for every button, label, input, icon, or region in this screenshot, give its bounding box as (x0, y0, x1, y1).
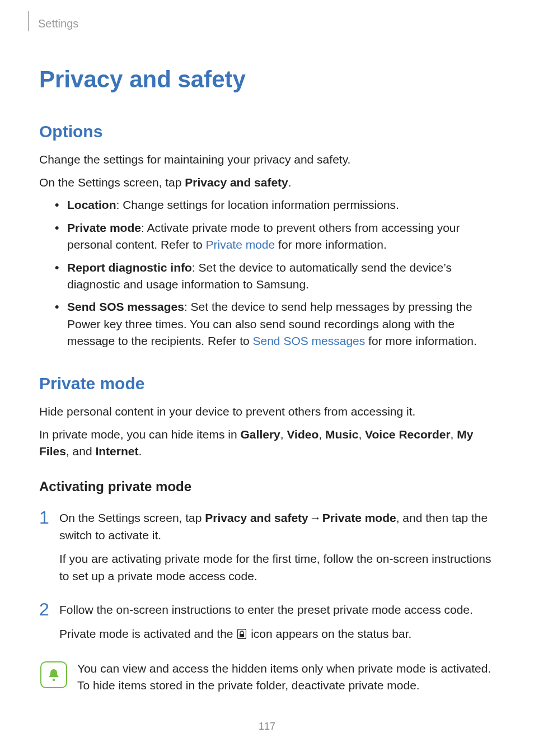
step-2-body: Follow the on-screen instructions to ent… (59, 601, 495, 650)
subsection-activating-heading: Activating private mode (39, 477, 495, 497)
pm-i2-p1: In private mode, you can hide items in (39, 428, 241, 441)
s1l1-b1: Privacy and safety (205, 511, 308, 524)
numbered-steps: 1 On the Settings screen, tap Privacy an… (39, 510, 495, 650)
note-bell-icon (40, 661, 67, 688)
svg-rect-1 (240, 634, 244, 637)
bullet-report-diagnostic: Report diagnostic info: Set the device t… (55, 259, 495, 293)
section-options-heading: Options (39, 119, 495, 144)
step-2: 2 Follow the on-screen instructions to e… (39, 601, 495, 650)
bullet-location-text: : Change settings for location informati… (116, 198, 399, 211)
pm-i2-b1: Gallery (241, 428, 280, 441)
pm-i2-b4: Voice Recorder (365, 428, 451, 441)
pm-i2-c3: , (358, 428, 365, 441)
bullet-sos-t2: for more information. (365, 334, 477, 347)
options-bullet-list: Location: Change settings for location i… (39, 197, 495, 350)
options-intro-1: Change the settings for maintaining your… (39, 151, 495, 168)
s2l2-p2: icon appears on the status bar. (247, 627, 411, 640)
step-1-body: On the Settings screen, tap Privacy and … (59, 510, 495, 591)
bullet-location: Location: Change settings for location i… (55, 197, 495, 213)
bullet-sos-label: Send SOS messages (67, 300, 184, 313)
options-intro-2-prefix: On the Settings screen, tap (39, 176, 185, 189)
pm-i2-c2: , (318, 428, 325, 441)
private-mode-intro1: Hide personal content in your device to … (39, 403, 495, 420)
options-intro-2: On the Settings screen, tap Privacy and … (39, 174, 495, 191)
pm-i2-c4: , (451, 428, 457, 441)
s2l2-p1: Private mode is activated and the (59, 627, 236, 640)
page-title: Privacy and safety (39, 63, 495, 97)
pm-i2-c5: , and (66, 445, 96, 458)
page-root: Settings Privacy and safety Options Chan… (0, 0, 534, 756)
private-mode-intro2: In private mode, you can hide items in G… (39, 426, 495, 460)
bullet-private-mode-t2: for more information. (275, 238, 387, 251)
pm-i2-b2: Video (287, 428, 318, 441)
link-send-sos[interactable]: Send SOS messages (253, 334, 366, 347)
bullet-sos: Send SOS messages: Set the device to sen… (55, 298, 495, 349)
bullet-private-mode-label: Private mode (67, 221, 141, 234)
private-mode-status-icon (237, 627, 246, 643)
pm-i2-b3: Music (325, 428, 359, 441)
bullet-report-label: Report diagnostic info (67, 261, 192, 274)
pm-i2-b6: Internet (95, 445, 138, 458)
step-1-line2: If you are activating private mode for t… (59, 550, 495, 585)
pm-i2-c1: , (280, 428, 287, 441)
svg-point-2 (53, 679, 55, 681)
breadcrumb: Settings (38, 16, 78, 32)
step-2-number: 2 (39, 600, 59, 618)
link-private-mode[interactable]: Private mode (205, 238, 275, 251)
step-1-line1: On the Settings screen, tap Privacy and … (59, 510, 495, 544)
note-row: You can view and access the hidden items… (39, 660, 495, 694)
header-rule (28, 11, 29, 31)
section-private-mode-heading: Private mode (39, 371, 495, 396)
step-1-number: 1 (39, 508, 59, 526)
bullet-private-mode: Private mode: Activate private mode to p… (55, 220, 495, 254)
options-intro-2-suffix: . (288, 176, 292, 189)
s1l1-p1: On the Settings screen, tap (59, 511, 205, 524)
s1l1-b2: Private mode (322, 511, 396, 524)
arrow-icon: → (308, 510, 322, 526)
page-number: 117 (0, 719, 534, 734)
step-1: 1 On the Settings screen, tap Privacy an… (39, 510, 495, 591)
step-2-line2: Private mode is activated and the icon a… (59, 626, 495, 643)
step-2-line1: Follow the on-screen instructions to ent… (59, 601, 495, 618)
bullet-location-label: Location (67, 198, 116, 211)
options-intro-2-bold: Privacy and safety (185, 176, 288, 189)
note-text: You can view and access the hidden items… (77, 660, 495, 694)
pm-i2-c6: . (138, 445, 142, 458)
